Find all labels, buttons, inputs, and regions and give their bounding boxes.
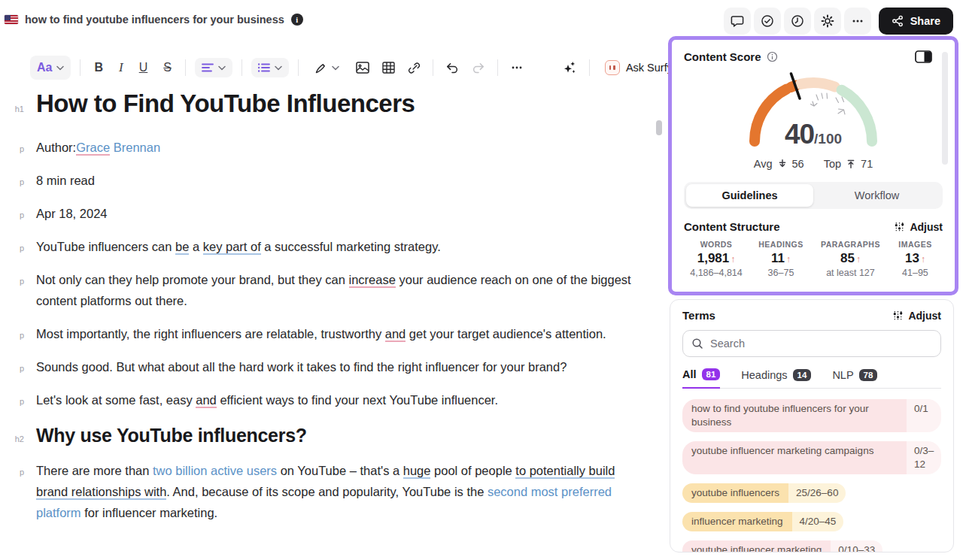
doc-title: how to find youtube influencers for your… bbox=[25, 14, 284, 26]
term-label: youtube influencers bbox=[682, 483, 788, 503]
tab-label: Headings bbox=[741, 369, 787, 381]
count-badge: 78 bbox=[859, 369, 878, 381]
term-count: 0/1 bbox=[907, 399, 941, 432]
insert-table-button[interactable] bbox=[379, 59, 398, 77]
tab-guidelines[interactable]: Guidelines bbox=[686, 184, 813, 207]
term-chip[interactable]: youtube influencer marketing 0/10–33 bbox=[682, 540, 882, 552]
stat-value: 13↑ bbox=[888, 251, 943, 266]
term-label: youtube influencer marketing campaigns bbox=[682, 441, 907, 474]
undo-button[interactable] bbox=[442, 59, 462, 77]
author-paragraph[interactable]: Author:Grace Brennan bbox=[36, 137, 647, 158]
toolbar-more-button[interactable] bbox=[507, 58, 527, 77]
ask-surfy-button[interactable]: Ask Surfy bbox=[599, 56, 679, 80]
toolbar-divider bbox=[433, 59, 433, 76]
redo-button[interactable] bbox=[469, 59, 488, 77]
term-label: youtube influencer marketing bbox=[682, 540, 831, 552]
body-paragraph[interactable]: Let's look at some fast, easy and effici… bbox=[36, 389, 647, 410]
body-paragraph[interactable]: There are more than two billion active u… bbox=[36, 460, 647, 523]
date-paragraph[interactable]: Apr 18, 2024 bbox=[36, 203, 647, 224]
share-button[interactable]: Share bbox=[879, 8, 953, 35]
term-label: how to find youtube influencers for your… bbox=[682, 399, 907, 432]
spelling-underline[interactable]: Grace bbox=[76, 141, 110, 156]
topbar-actions: Share bbox=[724, 8, 953, 35]
article-title[interactable]: How to Find YouTube Influencers bbox=[36, 87, 647, 120]
paragraph-block: p Not only can they help promote your br… bbox=[0, 269, 662, 311]
suggestion-underline[interactable]: and bbox=[385, 327, 406, 342]
insert-link-button[interactable] bbox=[405, 59, 424, 77]
term-count: 0/3–12 bbox=[907, 441, 941, 474]
read-time-paragraph[interactable]: 8 min read bbox=[36, 170, 647, 191]
inline-link[interactable]: two billion active users bbox=[153, 464, 277, 477]
table-icon bbox=[382, 62, 395, 74]
strikethrough-button[interactable]: S bbox=[159, 58, 176, 77]
underline-button[interactable]: U bbox=[135, 58, 153, 77]
heading-block: h1 How to Find YouTube Influencers bbox=[0, 87, 662, 120]
body-paragraph[interactable]: Most importantly, the right influencers … bbox=[36, 323, 647, 344]
body-paragraph[interactable]: Not only can they help promote your bran… bbox=[36, 269, 647, 311]
italic-button[interactable]: I bbox=[114, 57, 128, 78]
text-style-dropdown[interactable]: Aa bbox=[30, 56, 71, 80]
search-input[interactable] bbox=[710, 338, 932, 350]
paragraph-block: p Author:Grace Brennan bbox=[0, 137, 662, 158]
chevron-down-icon bbox=[56, 65, 64, 71]
bullet-list-icon bbox=[258, 63, 270, 72]
chevron-down-icon bbox=[218, 65, 226, 71]
editor-document[interactable]: h1 How to Find YouTube Influencers p Aut… bbox=[0, 87, 662, 535]
more-options-button[interactable] bbox=[844, 8, 871, 35]
redo-icon bbox=[472, 62, 485, 74]
term-chip[interactable]: youtube influencer marketing campaigns 0… bbox=[682, 441, 941, 474]
terms-search[interactable] bbox=[682, 330, 941, 357]
term-count: 25/26–60 bbox=[788, 483, 846, 503]
align-dropdown[interactable] bbox=[195, 58, 232, 77]
term-chip[interactable]: how to find youtube influencers for your… bbox=[682, 399, 941, 432]
section-heading[interactable]: Why use YouTube influencers? bbox=[36, 422, 647, 448]
term-underline[interactable]: key part of bbox=[203, 240, 261, 255]
term-count: 0/10–33 bbox=[831, 540, 882, 552]
toolbar-divider bbox=[298, 59, 299, 76]
stat-value: 11↑ bbox=[749, 251, 813, 266]
paragraph-block: p Most importantly, the right influencer… bbox=[0, 323, 662, 344]
suggestion-underline[interactable]: and bbox=[196, 393, 217, 408]
term-label: influencer marketing bbox=[682, 512, 792, 531]
tasks-button[interactable] bbox=[754, 8, 781, 35]
tab-nlp-terms[interactable]: NLP 78 bbox=[832, 368, 877, 388]
bold-button[interactable]: B bbox=[90, 58, 108, 77]
ai-write-button[interactable] bbox=[559, 57, 580, 78]
list-dropdown[interactable] bbox=[251, 58, 289, 77]
term-underline[interactable]: be bbox=[175, 240, 189, 255]
text-segment: YouTube influencers can bbox=[36, 240, 175, 253]
tab-workflow[interactable]: Workflow bbox=[813, 184, 940, 207]
comments-button[interactable] bbox=[724, 8, 751, 35]
tab-headings-terms[interactable]: Headings 14 bbox=[741, 368, 811, 388]
author-link-rest[interactable]: Brennan bbox=[110, 141, 160, 154]
formatting-toolbar: Aa B I U S bbox=[30, 53, 679, 82]
tab-all-terms[interactable]: All 81 bbox=[682, 368, 720, 389]
stat-images: IMAGES 13↑ 41–95 bbox=[888, 240, 943, 278]
editor-scrollbar[interactable] bbox=[656, 120, 662, 135]
term-underline[interactable]: huge bbox=[403, 464, 431, 479]
stat-words: WORDS 1,981↑ 4,186–4,814 bbox=[684, 240, 749, 278]
content-score-header: Content Score bbox=[684, 50, 943, 63]
count-badge: 14 bbox=[793, 369, 812, 381]
top-benchmark: Top 71 bbox=[824, 158, 873, 170]
pen-dropdown[interactable] bbox=[308, 56, 346, 80]
body-paragraph[interactable]: Sounds good. But what about all the hard… bbox=[36, 356, 647, 377]
body-paragraph[interactable]: YouTube influencers can be a key part of… bbox=[36, 236, 647, 257]
history-button[interactable] bbox=[784, 8, 811, 35]
paragraph-block: p YouTube influencers can be a key part … bbox=[0, 236, 662, 257]
title-info-icon[interactable]: i bbox=[291, 14, 303, 26]
structure-adjust-button[interactable]: Adjust bbox=[894, 221, 943, 233]
term-chip[interactable]: influencer marketing 4/20–45 bbox=[682, 512, 843, 531]
term-chip[interactable]: youtube influencers 25/26–60 bbox=[682, 483, 846, 503]
suggestion-underline[interactable]: increase bbox=[349, 273, 396, 288]
collapse-panel-button[interactable] bbox=[915, 50, 932, 63]
insert-image-button[interactable] bbox=[353, 59, 372, 77]
settings-button[interactable] bbox=[814, 8, 841, 35]
share-label: Share bbox=[910, 15, 940, 27]
top-label: Top bbox=[824, 158, 841, 170]
author-link[interactable]: Grace Brennan bbox=[76, 141, 160, 156]
text-segment: Not only can they help promote your bran… bbox=[36, 273, 349, 286]
panel-scrollbar[interactable] bbox=[942, 52, 948, 165]
terms-adjust-button[interactable]: Adjust bbox=[892, 310, 941, 322]
info-icon[interactable] bbox=[767, 51, 778, 62]
